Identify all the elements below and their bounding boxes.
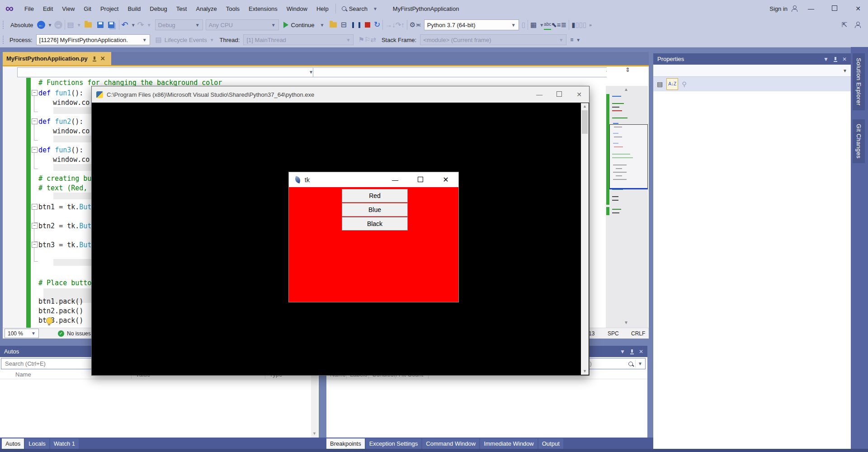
open-file-icon[interactable] <box>85 22 92 28</box>
window-position-icon[interactable]: ▼ <box>620 348 625 355</box>
break-all-icon[interactable] <box>352 22 360 28</box>
restart-icon[interactable]: ↻ <box>374 20 380 29</box>
split-window-handle[interactable]: ⇕ <box>607 66 649 78</box>
chevron-down-icon[interactable]: ▼ <box>147 23 151 28</box>
property-pages-wrench-icon[interactable]: ⚲ <box>682 80 686 89</box>
scroll-down-icon[interactable]: ▼ <box>583 369 587 373</box>
tab-locals[interactable]: Locals <box>25 438 49 449</box>
menu-build[interactable]: Build <box>123 5 145 12</box>
menu-help[interactable]: Help <box>312 5 333 12</box>
package-icon[interactable]: ▯ <box>522 20 525 29</box>
breakpoint-gutter[interactable] <box>3 78 26 328</box>
chevron-down-icon[interactable]: ▼ <box>210 38 214 42</box>
chevron-down-icon[interactable]: ▼ <box>539 23 544 28</box>
prev-bookmark-icon[interactable]: ▯ <box>575 20 579 29</box>
fold-collapse-icon[interactable] <box>32 147 38 153</box>
menu-tools[interactable]: Tools <box>222 5 244 12</box>
tab-output[interactable]: Output <box>538 438 563 449</box>
environment-icon[interactable]: ≍ <box>415 20 421 29</box>
stack-frame-select[interactable]: <module> (Current frame)▼ <box>420 34 566 45</box>
menu-debug[interactable]: Debug <box>145 5 171 12</box>
solution-configuration-select[interactable]: Debug▼ <box>155 19 203 30</box>
scroll-down-icon[interactable]: ▼ <box>624 320 628 325</box>
unflag-threads-icon[interactable]: ⚐ <box>364 35 370 44</box>
tk-red-button[interactable]: Red <box>342 189 408 202</box>
space-mode-indicator[interactable]: SPC <box>608 330 619 337</box>
zoom-level-select[interactable]: 100 %▼ <box>5 329 39 338</box>
bookmark-icon[interactable]: ▮ <box>571 20 575 29</box>
absolute-label[interactable]: Absolute <box>10 22 33 28</box>
tab-git-changes[interactable]: Git Changes <box>853 119 865 163</box>
share-icon[interactable]: ⇱ <box>841 20 847 29</box>
pin-icon[interactable] <box>833 56 838 62</box>
continue-button[interactable]: Continue ▼ <box>283 22 325 28</box>
menu-file[interactable]: File <box>20 5 38 12</box>
sign-in-user-icon[interactable] <box>791 5 797 12</box>
menu-analyze[interactable]: Analyze <box>191 5 221 12</box>
toggle-flagged-icon[interactable]: ⇄ <box>370 35 376 44</box>
tk-maximize-button[interactable] <box>408 173 433 187</box>
tk-window[interactable]: tk — ✕ Red Blue Black <box>288 172 459 302</box>
minimize-button[interactable]: — <box>801 2 821 15</box>
python-environment-select[interactable]: Python 3.7 (64-bit)▼ <box>424 19 519 30</box>
toolbar-grip[interactable] <box>2 35 5 44</box>
column-header[interactable]: Name <box>15 371 31 378</box>
close-panel-icon[interactable]: ✕ <box>842 56 847 62</box>
tab-immediate-window[interactable]: Immediate Window <box>480 438 538 449</box>
find-in-files-icon[interactable] <box>330 22 337 28</box>
sign-in-link[interactable]: Sign in <box>769 5 788 12</box>
clear-bookmarks-icon[interactable]: ▯ <box>583 20 586 29</box>
console-maximize-button[interactable] <box>549 88 569 101</box>
live-share-icon[interactable] <box>854 22 861 28</box>
properties-object-select[interactable]: ▼ <box>653 65 851 77</box>
chevron-down-icon[interactable]: ▼ <box>77 23 81 28</box>
column-indicator[interactable]: 13 <box>589 330 594 337</box>
menu-window[interactable]: Window <box>282 5 312 12</box>
console-minimize-button[interactable]: — <box>529 88 549 101</box>
autos-scrollbar[interactable]: ▼ <box>311 370 318 438</box>
close-tab-icon[interactable]: ✕ <box>100 55 105 62</box>
interactive-window-icon[interactable]: ⚙ <box>410 20 415 29</box>
menu-git[interactable]: Git <box>79 5 96 12</box>
restore-button[interactable] <box>825 2 844 15</box>
fold-collapse-icon[interactable] <box>32 242 38 248</box>
chevron-down-icon[interactable]: ▼ <box>576 38 580 42</box>
tk-minimize-button[interactable]: — <box>382 173 408 187</box>
process-select[interactable]: [11276] MyFirstPythonApplication.▼ <box>36 34 150 45</box>
minimap-scrollbar[interactable]: ▲ <box>606 86 648 328</box>
show-next-statement-icon[interactable]: → <box>385 20 392 29</box>
menu-project[interactable]: Project <box>96 5 123 12</box>
menu-view[interactable]: View <box>57 5 79 12</box>
lifecycle-events-icon[interactable]: ▤ <box>156 35 162 44</box>
lightbulb-icon[interactable] <box>46 317 53 324</box>
tab-solution-explorer[interactable]: Solution Explorer <box>853 53 865 110</box>
navbar-type-select[interactable]: ▼ <box>17 67 316 77</box>
undo-icon[interactable]: ↶ <box>122 20 128 29</box>
toolbar-options-icon[interactable]: ≡ <box>570 35 573 44</box>
flag-threads-icon[interactable]: ⚑ <box>358 35 364 44</box>
lifecycle-events-button[interactable]: Lifecycle Events <box>165 37 207 43</box>
fold-collapse-icon[interactable] <box>32 90 38 96</box>
scroll-up-icon[interactable]: ▲ <box>583 104 587 108</box>
new-project-icon[interactable]: ▤ <box>67 20 74 29</box>
tab-watch1[interactable]: Watch 1 <box>50 438 79 449</box>
select-mode-icon[interactable]: ⬉ <box>551 20 557 29</box>
console-scrollbar[interactable]: ▲ ▼ <box>581 103 589 375</box>
toolbar-grip[interactable] <box>2 20 5 29</box>
close-panel-icon[interactable]: ✕ <box>639 348 643 355</box>
highlight-references-icon[interactable]: ▦ <box>530 20 537 29</box>
save-icon[interactable] <box>97 22 104 28</box>
indent-icon[interactable]: ≡ <box>557 20 561 29</box>
fold-collapse-icon[interactable] <box>32 223 38 229</box>
navbar-member-select[interactable]: ▼ <box>313 67 613 77</box>
health-check-icon[interactable]: ✓ <box>58 330 64 337</box>
fold-collapse-icon[interactable] <box>32 118 38 124</box>
save-all-icon[interactable] <box>108 22 114 28</box>
sort-alphabetical-icon[interactable]: A↓Z <box>666 78 678 90</box>
step-over-icon[interactable]: ↷ <box>396 20 401 29</box>
spell-check-icon[interactable]: abc <box>544 20 551 30</box>
issues-status[interactable]: No issues f <box>67 330 94 337</box>
fold-collapse-icon[interactable] <box>32 204 38 210</box>
tk-titlebar[interactable]: tk — ✕ <box>289 172 458 187</box>
toolbar-overflow-icon[interactable]: » <box>589 23 592 28</box>
